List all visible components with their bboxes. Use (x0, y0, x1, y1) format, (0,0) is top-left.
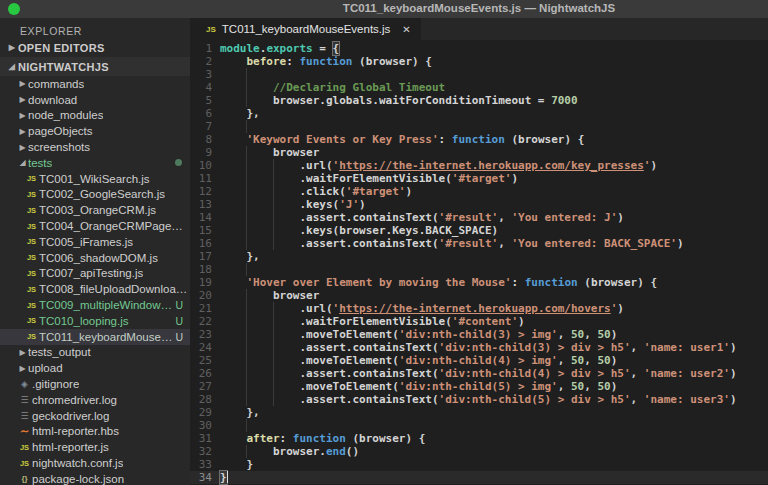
indent-guide (246, 445, 272, 458)
chevron-right-icon[interactable]: ▶ (17, 364, 28, 373)
indent-guide (273, 380, 299, 393)
code-line-24[interactable]: 24.assert.containsText('div:nth-child(3)… (190, 341, 768, 354)
tree-item-geckodriver-log[interactable]: ☰geckodriver.log (0, 408, 190, 424)
code-line-13[interactable]: 13.keys('J') (190, 198, 768, 211)
line-number: 22 (190, 315, 212, 328)
code-token: ) (611, 380, 618, 393)
tree-item-chromedriver-log[interactable]: ☰chromedriver.log (0, 392, 190, 408)
tree-item-tc010-looping-js[interactable]: JSTC010_looping.jsU (0, 313, 190, 329)
tree-item-tests[interactable]: ◢tests (0, 155, 190, 171)
code-line-27[interactable]: 27.moveToElement('div:nth-child(5) > img… (190, 380, 768, 393)
tree-item-tc003-orangecrm-js[interactable]: JSTC003_OrangeCRM.js (0, 202, 190, 218)
chevron-right-icon[interactable]: ▶ (17, 143, 28, 152)
tree-item-upload[interactable]: ▶upload (0, 360, 190, 376)
code-line-31[interactable]: 31after: function (browser) { (190, 432, 768, 445)
code-token: ) (730, 393, 737, 406)
indent-guide (246, 146, 272, 159)
indent-guide (273, 354, 299, 367)
code-line-7[interactable]: 7 (190, 120, 768, 133)
code-token: //Declaring Global Timeout (273, 81, 445, 94)
line-number: 3 (190, 68, 212, 81)
tree-item-tc008-fileuploaddownload-js[interactable]: JSTC008_fileUploadDownload.js (0, 281, 190, 297)
code-line-29[interactable]: 29}, (190, 406, 768, 419)
code-token: .assert.containsText( (299, 367, 438, 380)
code-line-11[interactable]: 11.waitForElementVisible('#target') (190, 172, 768, 185)
code-line-25[interactable]: 25.moveToElement('div:nth-child(4) > img… (190, 354, 768, 367)
js-file-icon: JS (24, 285, 39, 294)
code-line-18[interactable]: 18 (190, 263, 768, 276)
section-label: OPEN EDITORS (18, 42, 105, 54)
line-number: 29 (190, 406, 212, 419)
code-line-8[interactable]: 8'Keyword Events or Key Press': function… (190, 133, 768, 146)
code-line-21[interactable]: 21.url('https://the-internet.herokuapp.c… (190, 302, 768, 315)
tree-item-tc005-iframes-js[interactable]: JSTC005_iFrames.js (0, 234, 190, 250)
chevron-right-icon[interactable]: ▶ (17, 348, 28, 357)
traffic-light-green[interactable] (8, 3, 20, 15)
code-line-32[interactable]: 32browser.end() (190, 445, 768, 458)
tree-item-html-reporter-js[interactable]: JShtml-reporter.js (0, 439, 190, 455)
code-line-5[interactable]: 5browser.globals.waitForConditionTimeout… (190, 94, 768, 107)
code-line-15[interactable]: 15.keys(browser.Keys.BACK_SPACE) (190, 224, 768, 237)
tree-item-tc009-multiplewindows-js[interactable]: JSTC009_multipleWindows.jsU (0, 297, 190, 313)
tree-item-node-modules[interactable]: ▶node_modules (0, 108, 190, 124)
code-line-30[interactable]: 30 (190, 419, 768, 432)
code-editor[interactable]: 1module.exports = {2before: function (br… (190, 40, 768, 485)
tree-item-html-reporter-hbs[interactable]: ∼html-reporter.hbs (0, 424, 190, 440)
code-token: 'name: user1' (644, 341, 730, 354)
tree-item-package-lock-json[interactable]: {}package-lock.json (0, 471, 190, 485)
chevron-down-icon[interactable]: ◢ (17, 158, 28, 167)
code-line-28[interactable]: 28.assert.containsText('div:nth-child(5)… (190, 393, 768, 406)
code-line-23[interactable]: 23.moveToElement('div:nth-child(3) > img… (190, 328, 768, 341)
code-token: .waitForElementVisible( (299, 172, 451, 185)
tree-item-tc007-apitesting-js[interactable]: JSTC007_apiTesting.js (0, 266, 190, 282)
file-name: TC005_iFrames.js (39, 236, 133, 248)
code-token: ' (333, 159, 340, 172)
chevron-right-icon[interactable]: ▶ (17, 95, 28, 104)
file-tree: ▶commands▶download▶node_modules▶pageObje… (0, 76, 190, 485)
code-line-16[interactable]: 16.assert.containsText('#result', 'You e… (190, 237, 768, 250)
tab-tc011-keyboardmouseevents[interactable]: JS TC011_keyboardMouseEvents.js ✕ (190, 18, 421, 40)
line-number: 4 (190, 81, 212, 94)
tree-item-nightwatch-conf-js[interactable]: JSnightwatch.conf.js (0, 455, 190, 471)
code-line-22[interactable]: 22.waitForElementVisible('#content') (190, 315, 768, 328)
tree-item-screenshots[interactable]: ▶screenshots (0, 139, 190, 155)
code-line-34[interactable]: 34} (190, 471, 768, 484)
code-line-19[interactable]: 19'Hover over Element by moving the Mous… (190, 276, 768, 289)
code-line-12[interactable]: 12.click('#target') (190, 185, 768, 198)
tree-item-tc002-googlesearch-js[interactable]: JSTC002_GoogleSearch.js (0, 187, 190, 203)
code-line-9[interactable]: 9browser (190, 146, 768, 159)
code-line-3[interactable]: 3 (190, 68, 768, 81)
code-line-26[interactable]: 26.assert.containsText('div:nth-child(4)… (190, 367, 768, 380)
tree-item-tc011-keyboardmouseevents-js[interactable]: JSTC011_keyboardMouseEvents.jsU (0, 329, 190, 345)
code-line-6[interactable]: 6}, (190, 107, 768, 120)
js-file-icon: JS (24, 222, 39, 231)
code-line-1[interactable]: 1module.exports = { (190, 42, 768, 55)
tree-item-download[interactable]: ▶download (0, 92, 190, 108)
chevron-right-icon[interactable]: ▶ (17, 79, 28, 88)
tree-item--gitignore[interactable]: ◈.gitignore (0, 376, 190, 392)
chevron-right-icon[interactable]: ▶ (17, 127, 28, 136)
code-line-20[interactable]: 20browser (190, 289, 768, 302)
code-token: 50 (571, 328, 584, 341)
section-nightwatchjs[interactable]: ◢ NIGHTWATCHJS (0, 57, 190, 76)
tree-item-tests-output[interactable]: ▶tests_output (0, 345, 190, 361)
code-line-33[interactable]: 33} (190, 458, 768, 471)
code-token: .click( (299, 185, 345, 198)
tab-label: TC011_keyboardMouseEvents.js (222, 23, 391, 35)
code-token: ' (611, 302, 618, 315)
tree-item-tc004-orangecrmpageobject-js[interactable]: JSTC004_OrangeCRMPageObject.js (0, 218, 190, 234)
code-line-4[interactable]: 4//Declaring Global Timeout (190, 81, 768, 94)
tree-item-tc001-wikisearch-js[interactable]: JSTC001_WikiSearch.js (0, 171, 190, 187)
code-line-10[interactable]: 10.url('https://the-internet.herokuapp.c… (190, 159, 768, 172)
code-token: ' (644, 159, 651, 172)
code-line-2[interactable]: 2before: function (browser) { (190, 55, 768, 68)
tree-item-commands[interactable]: ▶commands (0, 76, 190, 92)
code-line-17[interactable]: 17}, (190, 250, 768, 263)
code-token: ) (511, 172, 518, 185)
code-line-14[interactable]: 14.assert.containsText('#result', 'You e… (190, 211, 768, 224)
chevron-right-icon[interactable]: ▶ (17, 111, 28, 120)
close-icon[interactable]: ✕ (402, 24, 410, 35)
section-open-editors[interactable]: ▶ OPEN EDITORS (0, 38, 190, 57)
tree-item-pageobjects[interactable]: ▶pageObjects (0, 123, 190, 139)
tree-item-tc006-shadowdom-js[interactable]: JSTC006_shadowDOM.js (0, 250, 190, 266)
